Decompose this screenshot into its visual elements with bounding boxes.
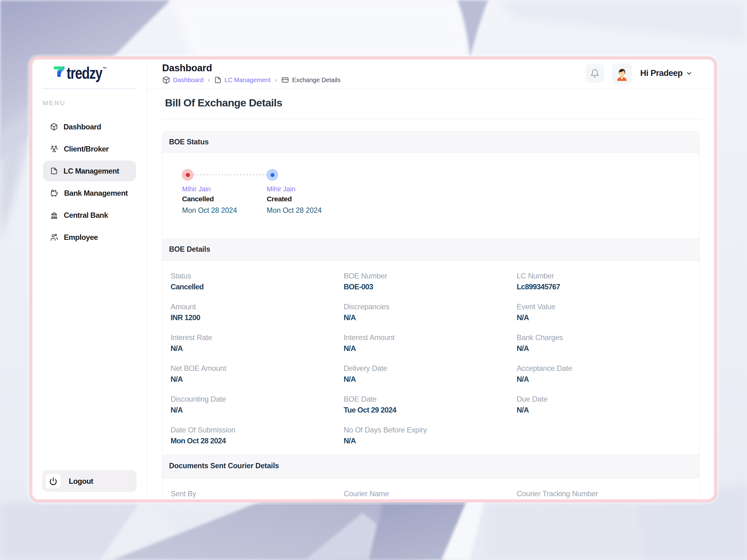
svg-text:™: ™	[103, 66, 107, 71]
svg-text:tredzy: tredzy	[67, 66, 103, 82]
